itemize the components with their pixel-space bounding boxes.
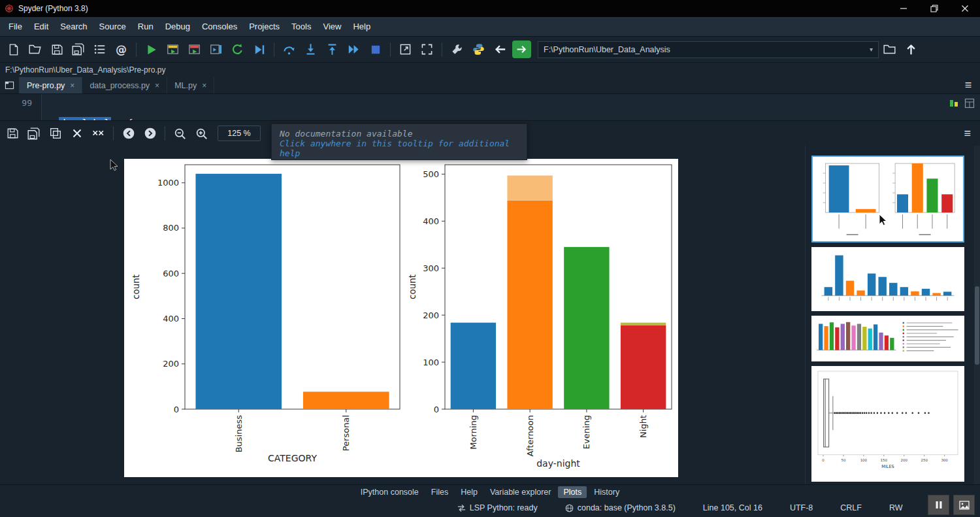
plots-options-menu-icon[interactable]: ≡ bbox=[964, 127, 971, 141]
menu-run[interactable]: Run bbox=[132, 19, 159, 34]
zoom-out-icon[interactable] bbox=[169, 124, 191, 143]
encoding-status: UTF-8 bbox=[790, 503, 813, 512]
close-tab-icon[interactable]: × bbox=[202, 81, 206, 90]
close-button[interactable] bbox=[949, 0, 980, 17]
menu-help[interactable]: Help bbox=[347, 19, 376, 34]
code-area[interactable]: day_label = { 0:'MON', 1:'TUE', 2:'WED',… bbox=[42, 94, 420, 120]
tab-plots[interactable]: Plots bbox=[558, 486, 587, 498]
restore-button[interactable] bbox=[919, 0, 949, 17]
conda-status-text: conda: base (Python 3.8.5) bbox=[578, 503, 676, 512]
menu-tools[interactable]: Tools bbox=[286, 19, 317, 34]
conda-status: conda: base (Python 3.8.5) bbox=[565, 503, 676, 512]
menu-file[interactable]: File bbox=[3, 19, 28, 34]
debug-continue-icon[interactable] bbox=[343, 40, 365, 59]
save-all-icon[interactable] bbox=[67, 40, 89, 59]
run-cell-advance-icon[interactable] bbox=[184, 40, 205, 59]
menu-edit[interactable]: Edit bbox=[28, 19, 54, 34]
fullscreen-icon[interactable] bbox=[416, 40, 438, 59]
previous-plot-icon[interactable] bbox=[118, 124, 139, 143]
close-tab-icon[interactable]: × bbox=[70, 81, 74, 90]
plot-thumbnail-2[interactable] bbox=[811, 247, 964, 311]
svg-text:200: 200 bbox=[163, 359, 179, 369]
menu-projects[interactable]: Projects bbox=[243, 19, 286, 34]
thumbnails-scrollbar[interactable] bbox=[974, 146, 980, 484]
copy-plot-icon[interactable] bbox=[44, 124, 66, 143]
rerun-cell-icon[interactable] bbox=[205, 40, 227, 59]
back-icon[interactable] bbox=[489, 40, 511, 59]
scrollbar-handle[interactable] bbox=[975, 286, 979, 365]
svg-text:100: 100 bbox=[860, 458, 868, 462]
zoom-level-field[interactable]: 125 % bbox=[218, 125, 261, 141]
minimize-button[interactable] bbox=[888, 0, 919, 17]
save-plot-icon[interactable] bbox=[1, 124, 23, 143]
save-all-plots-icon[interactable] bbox=[23, 124, 44, 143]
close-plot-icon[interactable] bbox=[66, 124, 88, 143]
editor-panel-icon[interactable] bbox=[964, 98, 975, 111]
menu-search[interactable]: Search bbox=[54, 19, 93, 34]
zoom-in-icon[interactable] bbox=[191, 124, 212, 143]
code-editor[interactable]: 99 day_label = { 0:'MON', 1:'TUE', 2:'WE… bbox=[0, 94, 980, 120]
pane-tab-bar: IPython console Files Help Variable expl… bbox=[0, 484, 980, 499]
svg-text:400: 400 bbox=[163, 314, 179, 324]
parent-directory-icon[interactable] bbox=[900, 40, 922, 59]
plot-thumbnail-1[interactable] bbox=[811, 156, 964, 242]
svg-text:Afternoon: Afternoon bbox=[525, 415, 535, 456]
plot-thumbnail-4[interactable]: 050100150200250300MILES bbox=[811, 366, 964, 482]
maximize-pane-icon[interactable] bbox=[395, 40, 416, 59]
svg-text:500: 500 bbox=[423, 169, 439, 179]
debug-stop-icon[interactable] bbox=[365, 40, 386, 59]
menu-debug[interactable]: Debug bbox=[159, 19, 196, 34]
svg-text:day-night: day-night bbox=[536, 458, 580, 469]
screenshot-button[interactable] bbox=[953, 495, 975, 515]
forward-icon[interactable] bbox=[512, 41, 531, 58]
eol-status: CRLF bbox=[840, 503, 862, 512]
svg-text:0: 0 bbox=[822, 458, 825, 462]
documentation-tooltip[interactable]: No documentation available Click anywher… bbox=[271, 124, 527, 160]
debug-step-over-icon[interactable] bbox=[278, 40, 300, 59]
svg-text:MILES: MILES bbox=[881, 464, 894, 469]
debug-step-into-icon[interactable] bbox=[300, 40, 321, 59]
tab-history[interactable]: History bbox=[589, 486, 625, 498]
save-icon[interactable] bbox=[46, 40, 67, 59]
tab-data-process[interactable]: data_process.py × bbox=[82, 77, 167, 93]
close-tab-icon[interactable]: × bbox=[155, 81, 159, 90]
debug-file-icon[interactable] bbox=[248, 40, 270, 59]
run-file-icon[interactable] bbox=[140, 40, 162, 59]
tab-pre-pro[interactable]: Pre-pro.py × bbox=[20, 77, 82, 93]
code-analysis-markers-icon bbox=[949, 99, 958, 110]
pause-button[interactable] bbox=[928, 495, 949, 515]
menu-view[interactable]: View bbox=[317, 19, 347, 34]
preferences-wrench-icon[interactable] bbox=[446, 40, 468, 59]
tab-label: Pre-pro.py bbox=[27, 81, 65, 90]
tab-ml[interactable]: ML.py × bbox=[167, 77, 214, 93]
browse-tabs-icon[interactable] bbox=[0, 77, 20, 93]
editor-options-menu-icon[interactable]: ≡ bbox=[956, 77, 980, 93]
svg-text:200: 200 bbox=[423, 310, 439, 320]
menu-consoles[interactable]: Consoles bbox=[196, 19, 243, 34]
svg-text:Morning: Morning bbox=[468, 415, 478, 450]
rerun-file-icon[interactable] bbox=[227, 40, 248, 59]
svg-text:800: 800 bbox=[163, 223, 179, 233]
close-all-plots-icon[interactable] bbox=[88, 124, 109, 143]
plots-toolbar-separator bbox=[113, 126, 114, 141]
menu-source[interactable]: Source bbox=[93, 19, 132, 34]
tab-files[interactable]: Files bbox=[426, 486, 453, 498]
open-file-icon[interactable] bbox=[24, 40, 46, 59]
plot-thumbnail-3[interactable] bbox=[811, 316, 964, 361]
python-path-icon[interactable] bbox=[468, 40, 489, 59]
next-plot-icon[interactable] bbox=[139, 124, 161, 143]
new-file-icon[interactable] bbox=[3, 40, 24, 59]
find-symbols-icon[interactable]: @ bbox=[110, 40, 132, 59]
menu-bar: File Edit Search Source Run Debug Consol… bbox=[0, 17, 980, 37]
tab-label: ML.py bbox=[174, 81, 197, 90]
working-directory-input[interactable] bbox=[538, 45, 864, 54]
debug-step-out-icon[interactable] bbox=[321, 40, 343, 59]
tab-ipython-console[interactable]: IPython console bbox=[355, 486, 424, 498]
run-cell-icon[interactable] bbox=[162, 40, 184, 59]
svg-text:0: 0 bbox=[174, 405, 179, 414]
file-switcher-icon[interactable] bbox=[89, 40, 110, 59]
working-directory-caret-icon[interactable]: ▾ bbox=[864, 46, 878, 53]
browse-directory-icon[interactable] bbox=[879, 40, 900, 59]
tab-help[interactable]: Help bbox=[455, 486, 483, 498]
tab-variable-explorer[interactable]: Variable explorer bbox=[485, 486, 557, 498]
